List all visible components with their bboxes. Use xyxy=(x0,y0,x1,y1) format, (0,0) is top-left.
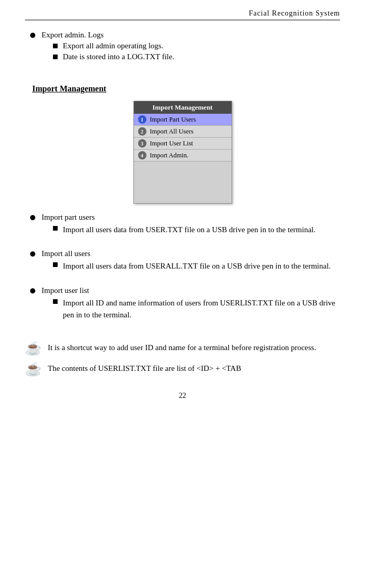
export-sub-list: Export all admin operating logs. Date is… xyxy=(53,42,174,61)
import-part-users-label: Import part users xyxy=(42,213,94,221)
note-text-1: The contents of USERLIST.TXT file are li… xyxy=(48,363,241,375)
import-user-list-list: Import user list Import all ID and name … xyxy=(25,286,340,324)
export-sub-item-1: Date is stored into a LOG.TXT file. xyxy=(53,52,174,61)
menu-label-3: Import Admin. xyxy=(150,152,188,159)
bullet-square-icon xyxy=(53,44,58,48)
import-all-users-sub-text-0: Import all users data from USERALL.TXT f… xyxy=(63,260,331,272)
bullet-square-icon xyxy=(53,55,58,59)
export-sub-label-0: Export all admin operating logs. xyxy=(63,42,164,50)
export-sub-item-0: Export all admin operating logs. xyxy=(53,42,174,50)
menu-num-0: 1 xyxy=(138,115,146,124)
import-user-list-label: Import user list xyxy=(42,286,89,295)
import-bullet-list: Import part users Import all users data … xyxy=(25,213,340,238)
page-number-value: 22 xyxy=(179,392,186,399)
bullet-circle-icon xyxy=(30,251,35,257)
menu-blank-area xyxy=(134,162,232,203)
menu-item-0[interactable]: 1 Import Part Users xyxy=(134,114,232,126)
import-all-users-sub-0: Import all users data from USERALL.TXT f… xyxy=(53,260,331,272)
import-part-users-item: Import part users Import all users data … xyxy=(25,213,340,238)
page-header: Facial Recognition System xyxy=(25,9,340,20)
export-bullet-list: Export admin. Logs Export all admin oper… xyxy=(25,31,340,63)
menu-title-bar: Import Management xyxy=(134,101,232,114)
import-management-heading: Import Management xyxy=(32,84,340,93)
import-part-users-sub-list: Import all users data from USER.TXT file… xyxy=(53,224,316,236)
export-main-label: Export admin. Logs xyxy=(42,31,104,39)
export-main-item: Export admin. Logs Export all admin oper… xyxy=(25,31,340,63)
menu-item-2[interactable]: 3 Import User List xyxy=(134,138,232,150)
import-part-users-sub-0: Import all users data from USER.TXT file… xyxy=(53,224,316,236)
export-sub-label-1: Date is stored into a LOG.TXT file. xyxy=(63,52,174,61)
menu-label-1: Import All Users xyxy=(150,128,194,136)
bullet-square-icon xyxy=(53,226,58,231)
import-all-users-list: Import all users Import all users data f… xyxy=(25,249,340,274)
import-part-users-sub-text-0: Import all users data from USER.TXT file… xyxy=(63,224,316,236)
note-row-0: ☕ It is a shortcut way to add user ID an… xyxy=(25,342,340,355)
note-icon-1: ☕ xyxy=(25,363,42,376)
bullet-circle-icon xyxy=(30,288,35,293)
page-number: 22 xyxy=(25,392,340,400)
menu-num-1: 2 xyxy=(138,127,146,136)
import-user-list-sub-text-0: Import all ID and name information of us… xyxy=(63,297,340,322)
import-user-list-sub-list: Import all ID and name information of us… xyxy=(53,297,340,322)
import-all-users-label: Import all users xyxy=(42,249,90,258)
bullet-circle-icon xyxy=(30,33,35,38)
bullet-square-icon xyxy=(53,262,58,267)
import-menu-box: Import Management 1 Import Part Users 2 … xyxy=(133,101,232,204)
note-row-1: ☕ The contents of USERLIST.TXT file are … xyxy=(25,363,340,376)
menu-num-2: 3 xyxy=(138,139,146,148)
note-icon-0: ☕ xyxy=(25,342,42,355)
import-all-users-sub-list: Import all users data from USERALL.TXT f… xyxy=(53,260,331,272)
menu-num-3: 4 xyxy=(138,151,146,159)
bullet-square-icon xyxy=(53,299,58,304)
bullet-circle-icon xyxy=(30,215,35,220)
import-user-list-sub-0: Import all ID and name information of us… xyxy=(53,297,340,322)
menu-label-0: Import Part Users xyxy=(150,116,196,124)
menu-label-2: Import User List xyxy=(150,140,193,148)
menu-item-3[interactable]: 4 Import Admin. xyxy=(134,150,232,162)
menu-item-1[interactable]: 2 Import All Users xyxy=(134,126,232,138)
menu-image-wrapper: Import Management 1 Import Part Users 2 … xyxy=(25,101,340,204)
note-text-0: It is a shortcut way to add user ID and … xyxy=(48,342,316,354)
import-user-list-item: Import user list Import all ID and name … xyxy=(25,286,340,324)
import-all-users-item: Import all users Import all users data f… xyxy=(25,249,340,274)
header-title: Facial Recognition System xyxy=(249,9,340,17)
